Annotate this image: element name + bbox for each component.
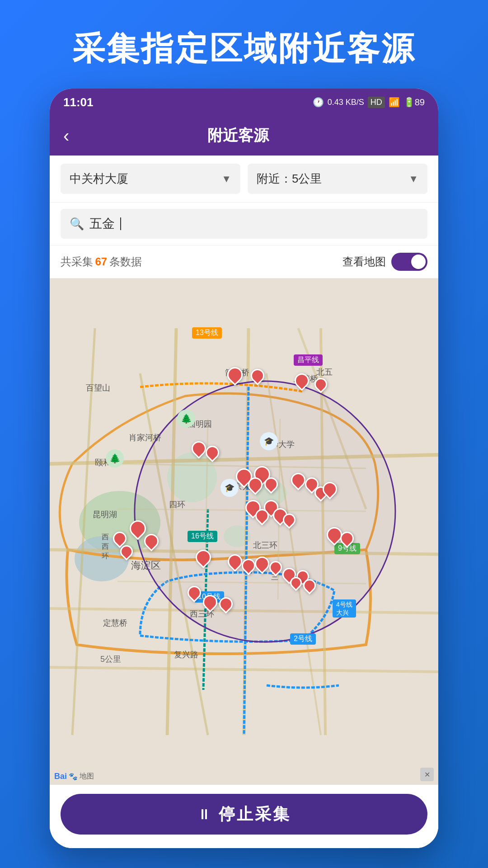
- toggle-knob: [411, 255, 426, 269]
- univ-icon-qinghua: 🎓: [260, 432, 278, 450]
- park-icon-yuanming: 🌲: [177, 410, 195, 428]
- metro-2: 2号线: [290, 633, 316, 645]
- stats-info: 共采集 67 条数据: [61, 255, 142, 269]
- pin-22: [113, 532, 127, 545]
- map-toggle-label: 查看地图: [343, 255, 386, 269]
- stats-row: 共采集 67 条数据 查看地图: [50, 245, 438, 278]
- stop-btn-label: 停止采集: [219, 803, 291, 826]
- baidu-du: 🐾: [69, 772, 78, 781]
- pin-30: [203, 595, 217, 609]
- pin-33: [340, 532, 354, 545]
- battery-icon: 🔋89: [404, 97, 425, 108]
- location-value: 中关村大厦: [70, 171, 128, 187]
- pin-9: [248, 477, 263, 492]
- search-value: 五金: [89, 215, 115, 232]
- range-value: 附近：5公里: [257, 171, 322, 187]
- range-select[interactable]: 附近：5公里 ▼: [248, 164, 427, 194]
- pin-25: [228, 554, 242, 569]
- pin-6: [206, 446, 219, 459]
- nav-title: 附近客源: [78, 125, 398, 146]
- pin-24: [196, 550, 211, 565]
- page-hero-title: 采集指定区域附近客源: [72, 27, 416, 71]
- pin-28: [269, 561, 282, 574]
- metro-16: 16号线: [188, 531, 217, 542]
- baidu-logo: Bai: [54, 772, 67, 781]
- pin-21: [144, 534, 159, 548]
- pin-2: [251, 369, 264, 382]
- content-area: 中关村大厦 ▼ 附近：5公里 ▼ 🔍 五金 共采集 67 条数据 查看地图: [50, 156, 438, 848]
- pin-3: [295, 373, 309, 388]
- hd-badge: HD: [368, 97, 385, 108]
- radius-label: 5公里: [100, 654, 121, 665]
- status-icons: 🕐 0.43 KB/S HD 📶 🔋89: [313, 97, 425, 108]
- pin-32: [327, 527, 342, 542]
- pin-1: [227, 367, 243, 382]
- pin-37: [303, 579, 316, 592]
- bottom-bar: ⏸ 停止采集: [50, 785, 438, 848]
- pin-36: [290, 577, 302, 589]
- status-time: 11:01: [63, 95, 94, 109]
- baidu-watermark: Bai 🐾 地图: [54, 772, 94, 781]
- network-icon: 📶: [389, 97, 400, 108]
- pin-19: [283, 514, 296, 526]
- nav-bar: ‹ 附近客源: [50, 116, 438, 156]
- filter-row: 中关村大厦 ▼ 附近：5公里 ▼: [50, 156, 438, 203]
- speed-indicator: 0.43 KB/S: [328, 98, 364, 107]
- stats-prefix: 共采集: [61, 255, 93, 268]
- map-close-icon[interactable]: ✕: [420, 768, 434, 781]
- stop-collect-button[interactable]: ⏸ 停止采集: [61, 794, 427, 835]
- search-icon: 🔍: [70, 217, 84, 231]
- back-button[interactable]: ‹: [63, 126, 69, 146]
- pin-10: [264, 477, 278, 491]
- stats-suffix: 条数据: [109, 255, 142, 268]
- metro-changping: 昌平线: [294, 354, 323, 366]
- pin-17: [255, 509, 269, 523]
- map-toggle-switch[interactable]: [391, 253, 427, 271]
- pin-4: [314, 378, 327, 391]
- pin-29: [188, 586, 201, 599]
- map-toggle-wrap[interactable]: 查看地图: [343, 253, 427, 271]
- pin-5: [192, 441, 206, 456]
- pin-23: [120, 545, 133, 558]
- range-arrow-icon: ▼: [408, 173, 418, 185]
- clock-icon: 🕐: [313, 97, 324, 108]
- pin-26: [242, 559, 255, 572]
- pin-14: [323, 482, 337, 496]
- pause-icon: ⏸: [197, 806, 211, 823]
- metro-4-daxing: 4号线大兴: [333, 599, 356, 618]
- metro-13: 13号线: [192, 327, 222, 339]
- cursor: [120, 217, 121, 230]
- phone-frame: 11:01 🕐 0.43 KB/S HD 📶 🔋89 ‹ 附近客源 中关村大厦 …: [50, 89, 438, 848]
- pin-31: [219, 597, 233, 611]
- map-container[interactable]: 百望山 肖家河桥 昆明湖 颐和园 海淀区 圆明园 清华大学 北京大学 北三环 四…: [50, 278, 438, 785]
- baidu-map: 地图: [80, 772, 94, 781]
- location-select[interactable]: 中关村大厦 ▼: [61, 164, 240, 194]
- location-arrow-icon: ▼: [221, 173, 231, 185]
- stats-count: 67: [95, 255, 107, 268]
- pin-11: [291, 473, 305, 487]
- park-icon-yihe: 🌲: [106, 449, 124, 467]
- pin-20: [130, 520, 146, 537]
- search-row: 🔍 五金: [50, 203, 438, 245]
- status-bar: 11:01 🕐 0.43 KB/S HD 📶 🔋89: [50, 89, 438, 116]
- pin-27: [255, 557, 269, 571]
- search-input-wrap[interactable]: 🔍 五金: [61, 209, 427, 239]
